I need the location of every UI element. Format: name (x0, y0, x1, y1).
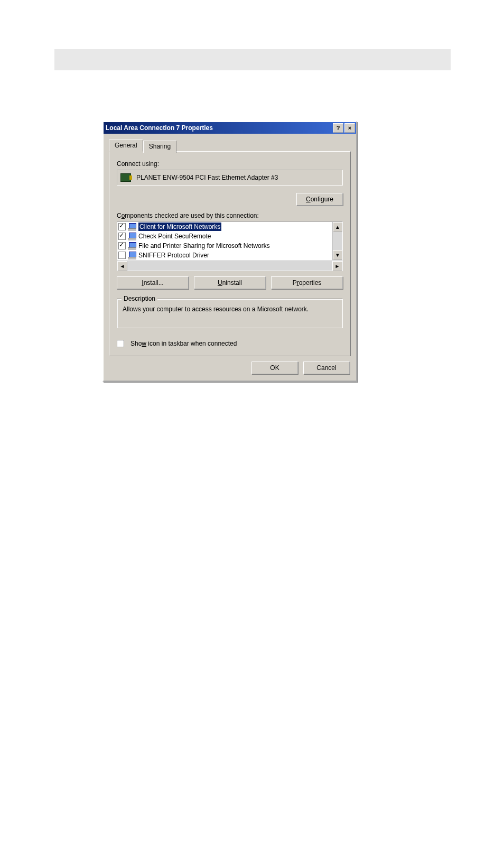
list-item-label: File and Printer Sharing for Microsoft N… (138, 242, 270, 249)
tab-general[interactable]: General (109, 140, 143, 152)
tab-strip: General Sharing (109, 140, 351, 152)
configure-button[interactable]: Configure (296, 193, 343, 206)
cancel-button[interactable]: Cancel (303, 362, 350, 374)
page-header-band (54, 49, 451, 70)
components-list-content: Client for Microsoft Networks Check Poin… (117, 222, 332, 260)
list-item-label: SNIFFER Protocol Driver (138, 252, 209, 259)
properties-button[interactable]: Properties (271, 276, 343, 289)
install-button[interactable]: Install... (117, 276, 189, 289)
titlebar[interactable]: Local Area Connection 7 Properties ? × (104, 122, 356, 134)
horizontal-scrollbar[interactable]: ◄ ► (117, 261, 343, 271)
description-text: Allows your computer to access resources… (123, 305, 337, 313)
description-group: Description Allows your computer to acce… (117, 299, 343, 328)
scroll-right-button[interactable]: ► (332, 261, 342, 271)
close-icon: × (348, 125, 351, 131)
list-item-label: Client for Microsoft Networks (138, 223, 221, 231)
network-client-icon (128, 233, 136, 240)
list-item-label: Check Point SecuRemote (138, 233, 211, 240)
description-legend: Description (122, 295, 157, 302)
list-item[interactable]: Client for Microsoft Networks (117, 222, 332, 231)
help-button[interactable]: ? (333, 123, 343, 133)
checkbox-icon[interactable] (118, 223, 126, 230)
tab-sharing[interactable]: Sharing (143, 141, 176, 153)
properties-dialog: Local Area Connection 7 Properties ? × G… (102, 121, 357, 382)
ok-button[interactable]: OK (251, 362, 298, 374)
network-card-icon (120, 173, 131, 182)
adapter-name: PLANET ENW-9504 PCI Fast Ethernet Adapte… (136, 174, 278, 181)
show-icon-label: Show icon in taskbar when connected (130, 340, 237, 347)
network-protocol-icon (128, 252, 136, 259)
scroll-up-button[interactable]: ▲ (333, 222, 342, 232)
network-service-icon (128, 242, 136, 249)
connect-using-label: Connect using: (117, 160, 343, 168)
checkbox-icon[interactable] (118, 252, 126, 259)
show-icon-checkbox[interactable] (117, 340, 124, 347)
list-item[interactable]: Check Point SecuRemote (117, 231, 332, 241)
scroll-down-button[interactable]: ▼ (333, 250, 342, 260)
close-button[interactable]: × (344, 123, 355, 133)
tab-label: General (115, 142, 137, 149)
list-item[interactable]: File and Printer Sharing for Microsoft N… (117, 241, 332, 251)
checkbox-icon[interactable] (118, 242, 126, 249)
components-label: Components checked are used by this conn… (117, 212, 343, 219)
adapter-field: PLANET ENW-9504 PCI Fast Ethernet Adapte… (117, 170, 343, 186)
uninstall-button[interactable]: Uninstall (194, 276, 266, 289)
network-client-icon (128, 223, 136, 230)
vertical-scrollbar[interactable]: ▲ ▼ (332, 222, 342, 260)
help-icon: ? (337, 125, 340, 131)
dialog-title: Local Area Connection 7 Properties (106, 124, 332, 132)
components-listbox[interactable]: Client for Microsoft Networks Check Poin… (117, 221, 343, 261)
list-item[interactable]: SNIFFER Protocol Driver (117, 251, 332, 260)
scroll-left-button[interactable]: ◄ (117, 261, 127, 271)
checkbox-icon[interactable] (118, 233, 126, 240)
tab-label: Sharing (149, 143, 171, 150)
tab-panel-general: Connect using: PLANET ENW-9504 PCI Fast … (109, 151, 351, 356)
show-icon-row: Show icon in taskbar when connected (117, 340, 343, 347)
